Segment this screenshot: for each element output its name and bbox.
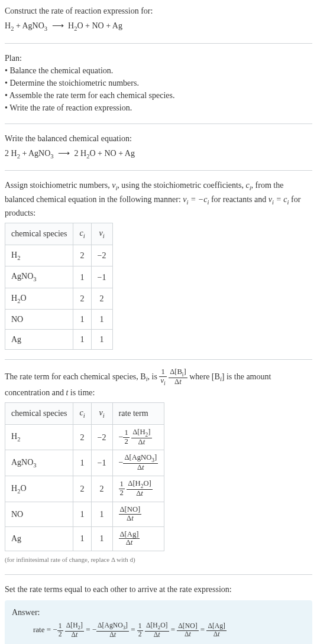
den: Δt (127, 490, 152, 498)
table-row: AgNO3 1 −1 −Δ[AgNO3]Δt (5, 450, 164, 476)
answer-box: Answer: rate = −12 Δ[H2]Δt = −Δ[AgNO3]Δt… (5, 600, 312, 644)
fraction: Δ[Ag]Δt (119, 531, 140, 548)
cell-rate: Δ[NO]Δt (112, 502, 164, 526)
cell-nu: −2 (91, 424, 112, 450)
eq: = (86, 625, 92, 634)
stoich-section: Assign stoichiometric numbers, νi, using… (5, 179, 312, 350)
num: Δ[H2O] (145, 622, 169, 632)
cell-c: 1 (73, 310, 91, 330)
cell-species: Ag (5, 526, 73, 551)
col-c: ci (73, 223, 91, 245)
den: Δt (169, 378, 187, 386)
col-c: ci (73, 403, 91, 425)
prompt-text: Construct the rate of reaction expressio… (5, 5, 312, 17)
intro-section: Construct the rate of reaction expressio… (5, 5, 312, 34)
cell-nu: −1 (91, 450, 112, 476)
fraction: Δ[H2O]Δt (145, 622, 169, 639)
col-rate: rate term (112, 403, 164, 425)
rate-label: rate = (33, 625, 53, 634)
text: is time: (68, 388, 95, 397)
final-section: Set the rate terms equal to each other t… (5, 583, 312, 644)
fraction: Δ[Ag]Δt (206, 623, 227, 639)
num: 1 (123, 429, 129, 438)
table-row: H2 2 −2 −12 Δ[H2]Δt (5, 424, 164, 450)
den: 2 (119, 489, 125, 497)
plan-item: Determine the stoichiometric numbers. (5, 77, 312, 89)
plan-section: Plan: Balance the chemical equation. Det… (5, 52, 312, 114)
cell-rate: −Δ[AgNO3]Δt (112, 450, 164, 476)
num: 1 (57, 623, 63, 631)
cell-nu: 1 (91, 526, 112, 551)
cell-rate: −12 Δ[H2]Δt (112, 424, 164, 450)
cell-nu: −2 (91, 245, 112, 266)
num: Δ[AgNO3] (123, 454, 158, 464)
table-header-row: chemical species ci νi rate term (5, 403, 164, 425)
plan-item: Write the rate of reaction expression. (5, 102, 312, 114)
fraction: Δ[NO]Δt (177, 623, 198, 639)
cell-nu: 2 (91, 476, 112, 502)
rate-term-intro: The rate term for each chemical species,… (5, 368, 312, 399)
num: Δ[NO] (119, 506, 142, 515)
cell-nu: 2 (91, 288, 112, 310)
den: νi (159, 377, 166, 386)
num: Δ[NO] (177, 623, 198, 631)
text: where [B (189, 372, 220, 381)
den: Δt (119, 539, 140, 547)
den: 2 (137, 631, 143, 639)
rate-expression: rate = −12 Δ[H2]Δt = −Δ[AgNO3]Δt = 12 Δ[… (33, 622, 305, 639)
num: Δ[Bi] (169, 368, 187, 378)
cell-species: AgNO3 (5, 450, 73, 476)
answer-note: (assuming constant volume and no accumul… (33, 642, 305, 644)
rate-term-table: chemical species ci νi rate term H2 2 −2… (5, 402, 164, 551)
col-species: chemical species (5, 403, 73, 425)
stoich-table: chemical species ci νi H2 2 −2 AgNO3 1 −… (5, 223, 113, 350)
den: Δt (131, 438, 151, 447)
table-header-row: chemical species ci νi (5, 223, 113, 245)
divider (5, 359, 312, 360)
cell-rate: 12 Δ[H2O]Δt (112, 476, 164, 502)
cell-species: H2O (5, 476, 73, 502)
cell-species: NO (5, 310, 73, 330)
text: The rate term for each chemical species,… (5, 372, 146, 381)
cell-species: H2O (5, 288, 73, 310)
balanced-title: Write the balanced chemical equation: (5, 132, 312, 145)
text: for reactants and (209, 195, 268, 204)
sign: − (119, 432, 124, 441)
text: , using the stoichiometric coefficients, (117, 181, 245, 190)
fraction: Δ[AgNO3]Δt (123, 454, 158, 472)
divider (5, 123, 312, 124)
cell-nu: 1 (91, 330, 112, 350)
fraction-half: 12 (57, 623, 63, 639)
cell-rate: Δ[Ag]Δt (112, 526, 164, 551)
fraction: Δ[AgNO3]Δt (96, 622, 129, 639)
num: Δ[H2] (65, 622, 84, 632)
fraction-half: 12 (123, 429, 129, 446)
table-row: Ag 1 1 (5, 330, 113, 350)
plan-item: Balance the chemical equation. (5, 64, 312, 77)
den: Δt (206, 631, 227, 639)
fraction: Δ[Bi]Δt (169, 368, 187, 386)
final-title: Set the rate terms equal to each other t… (5, 583, 312, 596)
fraction: Δ[H2]Δt (65, 622, 84, 639)
cell-nu: −1 (91, 266, 112, 288)
cell-c: 2 (73, 288, 91, 310)
cell-c: 1 (73, 502, 91, 526)
cell-c: 1 (73, 526, 91, 551)
eq: = (171, 625, 177, 634)
cell-c: 2 (73, 245, 91, 266)
table-row: NO 1 1 Δ[NO]Δt (5, 502, 164, 526)
cell-nu: 1 (91, 310, 112, 330)
den: Δt (96, 632, 129, 639)
text: Assign stoichiometric numbers, (5, 181, 112, 190)
num: Δ[H2O] (127, 480, 152, 490)
num: Δ[Ag] (119, 531, 140, 539)
unbalanced-equation: H2 + AgNO3 ⟶ H2O + NO + Ag (5, 19, 312, 34)
col-species: chemical species (5, 223, 73, 245)
fraction-half: 12 (119, 480, 125, 497)
answer-label: Answer: (12, 606, 305, 619)
num: Δ[H2] (131, 428, 151, 438)
table-row: NO 1 1 (5, 310, 113, 330)
infinitesimal-note: (for infinitesimal rate of change, repla… (5, 555, 312, 565)
col-nu: νi (91, 403, 112, 425)
num: 1 (119, 480, 125, 489)
